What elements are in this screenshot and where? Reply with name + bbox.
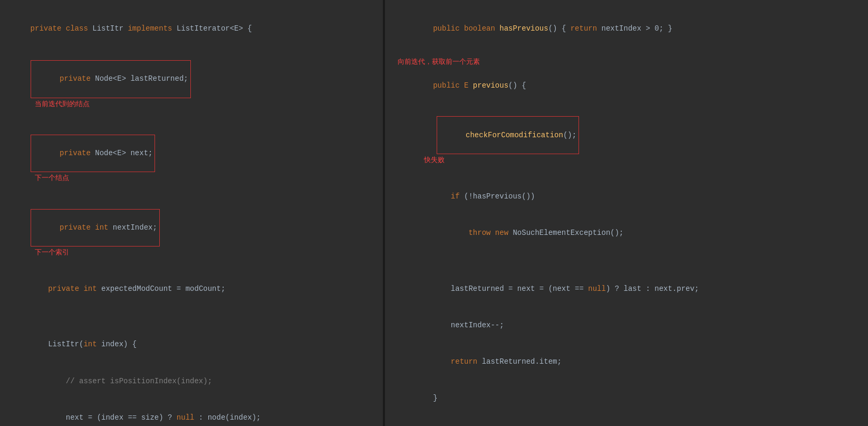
code-line: next = (index == size) ? null : node(ind… [13,400,370,426]
code-line: lastReturned = next = (next == null) ? l… [398,270,855,307]
code-line: nextIndex--; [398,307,855,344]
code-line: throw new NoSuchElementException(); [398,215,855,251]
blank-line [398,261,855,270]
code-line: private int nextIndex; 下一个索引 [13,196,370,271]
right-code-panel: public boolean hasPrevious() { return ne… [385,0,868,426]
code-line: return lastReturned.item; [398,344,855,380]
annotation-next-index: 下一个索引 [35,247,69,258]
code-line: } [398,380,855,416]
blank-line [398,417,855,426]
blank-line [398,47,855,56]
section-comment-backward: 向前迭代，获取前一个元素 [398,56,855,68]
annotation-next: 下一个结点 [35,172,69,183]
left-code-panel: private class ListItr implements ListIte… [0,0,385,426]
code-line: // assert isPositionIndex(index); [13,363,370,400]
code-line: private int expectedModCount = modCount; [13,271,370,307]
code-line: if (!hasPrevious()) [398,178,855,215]
code-line: private class ListItr implements ListIte… [13,11,370,47]
code-line: ListItr(int index) { [13,326,370,363]
blank-line [13,317,370,326]
blank-line [13,307,370,317]
code-line: private Node<E> next; 下一个结点 [13,122,370,197]
annotation-last-returned: 当前迭代到的结点 [35,98,90,109]
annotation-check-mod-prev: 快失败 [424,154,445,165]
code-line: private Node<E> lastReturned; 当前迭代到的结点 [13,48,370,122]
blank-line [398,251,855,261]
code-line: checkForComodification(); 快失败 [398,104,855,178]
code-line: public boolean hasPrevious() { return ne… [398,11,855,47]
code-line: public E previous() { [398,68,855,104]
